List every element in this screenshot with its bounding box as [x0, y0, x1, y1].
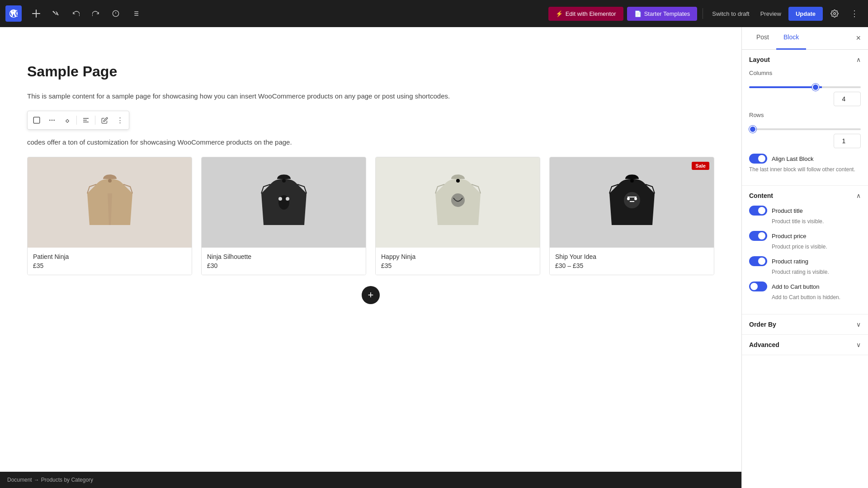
footer-breadcrumb-bar: Document → Products by Category: [0, 472, 741, 488]
order-by-header[interactable]: Order By ∨: [742, 314, 868, 334]
product-info: Ninja Silhouette £30: [202, 248, 366, 275]
svg-point-16: [634, 197, 637, 200]
product-title-slider: [749, 206, 767, 216]
product-card: Sale Ship Your Idea: [549, 157, 714, 275]
preview-btn[interactable]: Preview: [757, 7, 785, 21]
rows-slider-container: [749, 124, 861, 132]
product-title-toggle[interactable]: [749, 206, 767, 216]
order-by-chevron-icon: ∨: [856, 321, 861, 328]
redo-btn[interactable]: [88, 5, 104, 22]
block-edit-btn[interactable]: [97, 113, 112, 127]
product-rating-toggle[interactable]: [749, 256, 767, 266]
toolbar-divider: [76, 116, 77, 125]
breadcrumb-document[interactable]: Document: [7, 477, 32, 483]
right-panel: Post Block × Layout ∧ Columns: [741, 27, 868, 488]
panel-tabs: Post Block ×: [742, 27, 868, 50]
list-view-btn[interactable]: [127, 5, 144, 22]
svg-point-11: [456, 179, 460, 183]
undo-btn[interactable]: [68, 5, 84, 22]
product-rating-label: Product rating: [772, 258, 808, 265]
product-price: £30: [207, 262, 360, 269]
svg-point-7: [282, 179, 286, 183]
rows-value-row: [749, 134, 861, 148]
content-section-header[interactable]: Content ∧: [742, 186, 868, 206]
content-section: Content ∧ Product title Product title is…: [742, 186, 868, 314]
breadcrumb-current[interactable]: Products by Category: [41, 477, 93, 483]
starter-icon: 📄: [634, 10, 642, 17]
product-info: Patient Ninja £35: [28, 248, 192, 275]
svg-point-5: [53, 120, 55, 121]
info-btn[interactable]: [108, 5, 124, 22]
product-image: Sale: [550, 157, 714, 248]
update-btn[interactable]: Update: [788, 7, 823, 21]
product-title-toggle-row: Product title: [749, 206, 861, 216]
block-dots-btn[interactable]: [45, 113, 59, 127]
switch-draft-btn[interactable]: Switch to draft: [708, 7, 753, 21]
svg-point-1: [834, 13, 836, 15]
product-card: Ninja Silhouette £30: [201, 157, 366, 275]
product-name: Happy Ninja: [381, 253, 534, 260]
starter-templates-btn[interactable]: 📄 Starter Templates: [627, 7, 698, 21]
main-content-area: Sample Page This is sample content for a…: [0, 27, 741, 488]
svg-point-13: [630, 179, 634, 183]
tab-block[interactable]: Block: [776, 27, 806, 50]
page-description-2: codes offer a ton of customization for s…: [27, 137, 714, 148]
rows-control-row: Rows: [749, 112, 861, 118]
product-card: Patient Ninja £35: [27, 157, 192, 275]
edit-elementor-btn[interactable]: ⚡ Edit with Elementor: [548, 7, 623, 21]
wp-logo[interactable]: [5, 5, 22, 22]
svg-point-12: [451, 193, 465, 207]
add-block-toolbar-btn[interactable]: [28, 5, 44, 22]
advanced-title: Advanced: [749, 341, 779, 348]
block-align-btn[interactable]: [79, 113, 93, 127]
block-more-btn[interactable]: ⋮: [113, 113, 127, 127]
page-title: Sample Page: [27, 63, 714, 80]
svg-point-10: [286, 197, 289, 201]
rows-input[interactable]: [834, 134, 861, 148]
more-options-btn[interactable]: ⋮: [846, 5, 863, 22]
product-info: Happy Ninja £35: [376, 248, 540, 275]
product-price: £30 – £35: [555, 262, 708, 269]
add-block-btn[interactable]: +: [362, 286, 380, 304]
layout-section-title: Layout: [749, 56, 770, 63]
layout-section-header[interactable]: Layout ∧: [742, 50, 868, 70]
hoodie-svg-3: [431, 166, 485, 239]
add-to-cart-toggle[interactable]: [749, 282, 767, 291]
block-type-btn[interactable]: [29, 113, 44, 127]
top-toolbar: ⚡ Edit with Elementor 📄 Starter Template…: [0, 0, 868, 27]
layout-section-body: Columns Rows: [742, 70, 868, 185]
add-to-cart-slider: [749, 282, 767, 291]
product-price-label: Product price: [772, 233, 807, 239]
product-info: Ship Your Idea £30 – £35: [550, 248, 714, 275]
svg-point-3: [49, 120, 51, 121]
panel-close-btn[interactable]: ×: [856, 27, 861, 49]
product-name: Ninja Silhouette: [207, 253, 360, 260]
align-last-toggle-row: Align Last Block: [749, 154, 861, 164]
svg-rect-2: [33, 117, 40, 123]
main-layout: Sample Page This is sample content for a…: [0, 27, 868, 488]
block-arrows-btn[interactable]: [60, 113, 75, 127]
breadcrumb-arrow-icon: →: [34, 477, 39, 483]
product-rating-slider: [749, 256, 767, 266]
product-name: Patient Ninja: [33, 253, 186, 260]
layout-section: Layout ∧ Columns Rows: [742, 50, 868, 186]
product-title-desc: Product title is visible.: [772, 218, 861, 225]
settings-gear-btn[interactable]: [826, 5, 843, 22]
tab-post[interactable]: Post: [749, 27, 776, 50]
svg-point-14: [624, 192, 640, 208]
align-last-desc: The last inner block will follow other c…: [749, 166, 861, 173]
product-price: £35: [381, 262, 534, 269]
columns-input[interactable]: [834, 92, 861, 106]
tools-btn[interactable]: [48, 5, 64, 22]
product-title-label: Product title: [772, 207, 803, 214]
product-price-toggle-row: Product price: [749, 231, 861, 241]
product-price-toggle[interactable]: [749, 231, 767, 241]
page-description: This is sample content for a sample page…: [27, 91, 714, 102]
align-last-toggle[interactable]: [749, 154, 767, 164]
hoodie-svg: [83, 166, 137, 239]
hoodie-svg-4: [605, 166, 659, 239]
svg-point-6: [108, 179, 112, 183]
advanced-header[interactable]: Advanced ∨: [742, 335, 868, 355]
rows-slider[interactable]: [749, 128, 861, 130]
columns-slider[interactable]: [749, 86, 861, 88]
